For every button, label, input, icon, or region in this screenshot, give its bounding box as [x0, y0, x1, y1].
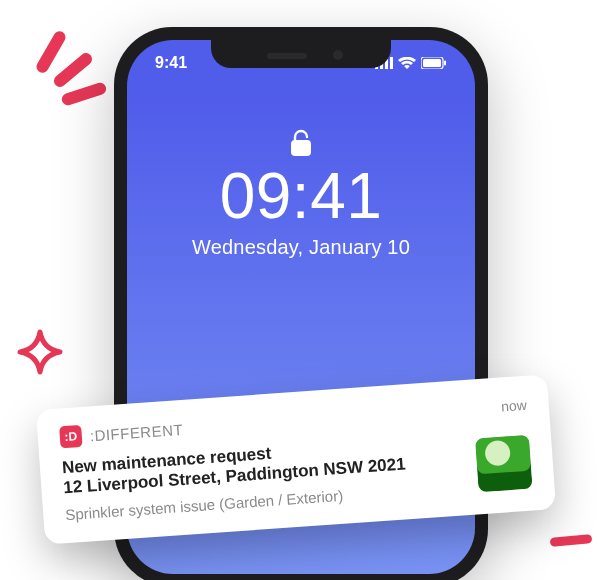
svg-rect-3	[390, 57, 393, 69]
status-time: 9:41	[155, 54, 187, 72]
lock-time: 09:41	[127, 164, 475, 228]
lock-screen: 09:41 Wednesday, January 10	[127, 128, 475, 259]
svg-rect-5	[423, 59, 441, 67]
phone-notch	[211, 40, 391, 68]
lock-date: Wednesday, January 10	[127, 236, 475, 259]
app-name: :DIFFERENT	[89, 420, 183, 443]
battery-icon	[421, 57, 447, 69]
wifi-icon	[398, 57, 416, 69]
unlock-icon	[127, 128, 475, 158]
notification-timestamp: now	[501, 397, 528, 415]
svg-rect-7	[291, 140, 311, 156]
app-icon: :D	[59, 425, 82, 448]
notification-thumbnail	[475, 435, 533, 493]
svg-rect-6	[444, 61, 446, 66]
decor-star-icon	[18, 330, 62, 374]
